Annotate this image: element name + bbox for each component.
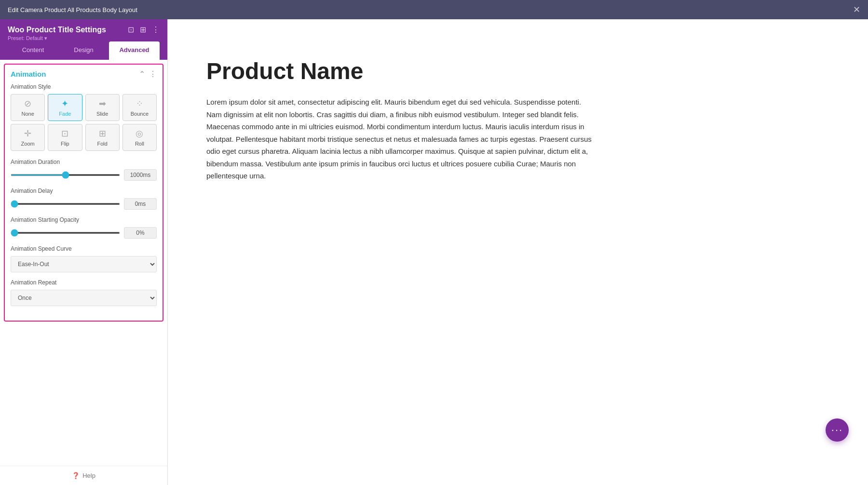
animation-style-label: Animation Style	[11, 83, 157, 90]
repeat-group: Animation Repeat Once Loop Loop Infinity	[11, 279, 157, 306]
product-description: Lorem ipsum dolor sit amet, consectetur …	[206, 96, 592, 182]
section-title: Animation	[11, 70, 46, 78]
sidebar-header-top: Woo Product Title Settings ⊡ ⊞ ⋮	[8, 25, 160, 34]
flip-icon: ⊡	[61, 128, 68, 139]
sidebar-wrapper: Woo Product Title Settings ⊡ ⊞ ⋮ Preset:…	[0, 19, 168, 485]
duration-value: 1000ms	[124, 169, 157, 181]
anim-bounce[interactable]: ⁘ Bounce	[122, 94, 157, 121]
repeat-select[interactable]: Once Loop Loop Infinity	[11, 290, 157, 306]
delay-label: Animation Delay	[11, 188, 157, 194]
delay-group: Animation Delay 0ms	[11, 188, 157, 210]
duration-slider-row: 1000ms	[11, 169, 157, 181]
collapse-icon[interactable]: ⌃	[139, 69, 145, 79]
sidebar-header-icons: ⊡ ⊞ ⋮	[128, 25, 160, 34]
anim-slide[interactable]: ➡ Slide	[85, 94, 120, 121]
roll-icon: ◎	[136, 128, 143, 139]
duration-group: Animation Duration 1000ms	[11, 159, 157, 181]
anim-flip-label: Flip	[61, 141, 69, 147]
preview-area: Product Name Lorem ipsum dolor sit amet,…	[168, 19, 868, 485]
top-bar-title: Edit Camera Product All Products Body La…	[8, 6, 137, 13]
duration-label: Animation Duration	[11, 159, 157, 165]
fold-icon: ⊞	[99, 128, 106, 139]
fab-button[interactable]: ···	[826, 418, 849, 442]
anim-fold-label: Fold	[97, 141, 107, 147]
opacity-label: Animation Starting Opacity	[11, 216, 157, 223]
responsive-icon[interactable]: ⊡	[128, 25, 134, 34]
sidebar-footer: ❓ Help	[0, 466, 167, 485]
fade-icon: ✦	[61, 98, 68, 109]
grid-icon[interactable]: ⊞	[140, 25, 146, 34]
bounce-icon: ⁘	[136, 98, 143, 109]
anim-fade[interactable]: ✦ Fade	[48, 94, 82, 121]
speed-curve-label: Animation Speed Curve	[11, 245, 157, 252]
more-icon[interactable]: ⋮	[152, 25, 160, 34]
sidebar-header: Woo Product Title Settings ⊡ ⊞ ⋮ Preset:…	[0, 19, 167, 60]
sidebar-title: Woo Product Title Settings	[8, 26, 106, 34]
tab-content[interactable]: Content	[8, 41, 58, 60]
help-icon: ❓	[72, 472, 80, 479]
animation-style-grid: ⊘ None ✦ Fade ➡ Slide	[11, 94, 157, 151]
slide-icon: ➡	[99, 98, 106, 109]
anim-fade-label: Fade	[59, 111, 71, 117]
product-name: Product Name	[206, 58, 829, 84]
anim-flip[interactable]: ⊡ Flip	[48, 124, 82, 151]
none-icon: ⊘	[24, 98, 31, 109]
tab-advanced[interactable]: Advanced	[109, 41, 160, 60]
anim-fold[interactable]: ⊞ Fold	[85, 124, 120, 151]
delay-value: 0ms	[124, 198, 157, 210]
sidebar: Woo Product Title Settings ⊡ ⊞ ⋮ Preset:…	[0, 19, 168, 485]
zoom-icon: ✛	[24, 128, 31, 139]
anim-none-label: None	[21, 111, 34, 117]
anim-none[interactable]: ⊘ None	[11, 94, 45, 121]
help-label[interactable]: Help	[82, 472, 95, 479]
tabs: Content Design Advanced	[8, 41, 160, 60]
speed-curve-group: Animation Speed Curve Ease-In-Out Ease-I…	[11, 245, 157, 272]
delay-slider-row: 0ms	[11, 198, 157, 210]
section-header[interactable]: Animation ⌃ ⋮	[5, 65, 163, 83]
anim-zoom[interactable]: ✛ Zoom	[11, 124, 45, 151]
duration-slider[interactable]	[11, 174, 120, 176]
section-content: Animation Style ⊘ None ✦ Fade ➡	[5, 83, 163, 321]
opacity-slider[interactable]	[11, 232, 120, 234]
sidebar-body: Animation ⌃ ⋮ Animation Style ⊘ None	[0, 60, 167, 466]
animation-section: Animation ⌃ ⋮ Animation Style ⊘ None	[4, 64, 163, 322]
section-header-icons: ⌃ ⋮	[139, 69, 157, 79]
opacity-value: 0%	[124, 227, 157, 239]
close-button[interactable]: ✕	[853, 4, 860, 15]
anim-slide-label: Slide	[96, 111, 108, 117]
delay-slider[interactable]	[11, 203, 120, 205]
top-bar: Edit Camera Product All Products Body La…	[0, 0, 868, 19]
anim-zoom-label: Zoom	[21, 141, 35, 147]
anim-roll[interactable]: ◎ Roll	[122, 124, 157, 151]
opacity-group: Animation Starting Opacity 0%	[11, 216, 157, 239]
speed-curve-select[interactable]: Ease-In-Out Ease-In Ease-Out Linear	[11, 256, 157, 272]
opacity-slider-row: 0%	[11, 227, 157, 239]
section-more-icon[interactable]: ⋮	[149, 69, 157, 79]
main-layout: Woo Product Title Settings ⊡ ⊞ ⋮ Preset:…	[0, 19, 868, 485]
anim-roll-label: Roll	[135, 141, 144, 147]
anim-bounce-label: Bounce	[131, 111, 149, 117]
repeat-label: Animation Repeat	[11, 279, 157, 286]
tab-design[interactable]: Design	[58, 41, 109, 60]
sidebar-preset[interactable]: Preset: Default	[8, 35, 160, 41]
